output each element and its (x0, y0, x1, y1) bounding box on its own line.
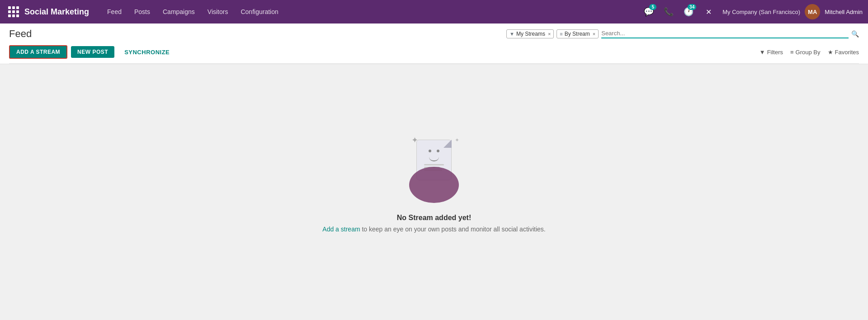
group-by-icon: ≡ (790, 49, 794, 56)
empty-state-desc-suffix: to keep an eye on your own posts and mon… (360, 226, 546, 233)
main-menu: Feed Posts Campaigns Visitors Configurat… (102, 5, 284, 18)
clock-badge: 34 (688, 4, 696, 10)
top-navigation: Social Marketing Feed Posts Campaigns Vi… (0, 0, 868, 24)
messages-button[interactable]: 💬 5 (641, 4, 656, 19)
subheader-top: Feed ▼ My Streams × ≡ By Stream × 🔍 (9, 24, 859, 42)
apps-menu-button[interactable] (5, 4, 22, 20)
subheader-divider (9, 63, 859, 64)
company-name: My Company (San Francisco) (722, 9, 800, 15)
menu-posts[interactable]: Posts (129, 5, 156, 18)
add-stream-link[interactable]: Add a stream (322, 226, 360, 233)
phone-button[interactable]: 📞 (661, 4, 676, 19)
app-brand: Social Marketing (24, 7, 89, 17)
new-post-button[interactable]: NEW POST (71, 46, 114, 58)
synchronize-button[interactable]: SYNCHRONIZE (118, 46, 176, 58)
filter-funnel-icon: ▼ (509, 31, 514, 37)
phone-icon: 📞 (664, 7, 674, 17)
favorites-link[interactable]: ★ Favorites (828, 49, 859, 56)
group-icon: ≡ (560, 31, 562, 37)
filter-tag-by-stream[interactable]: ≡ By Stream × (557, 29, 599, 38)
search-input[interactable] (601, 30, 849, 37)
group-by-link[interactable]: ≡ Group By (790, 49, 821, 56)
close-icon: ✕ (706, 8, 712, 16)
doc-right-eye (437, 150, 439, 152)
filters-label: Filters (767, 49, 783, 56)
subheader-filter-links: ▼ Filters ≡ Group By ★ Favorites (760, 49, 859, 56)
filter-icon: ▼ (760, 49, 765, 56)
filter-tag-my-streams-close[interactable]: × (548, 31, 551, 37)
menu-campaigns[interactable]: Campaigns (157, 5, 200, 18)
filter-tag-by-stream-close[interactable]: × (593, 31, 595, 37)
doc-left-eye (429, 150, 431, 152)
page-title: Feed (9, 28, 32, 40)
menu-visitors[interactable]: Visitors (202, 5, 234, 18)
doc-face (429, 150, 439, 152)
subheader: Feed ▼ My Streams × ≡ By Stream × 🔍 ADD … (0, 24, 868, 64)
search-icon[interactable]: 🔍 (851, 30, 859, 38)
add-stream-button[interactable]: ADD A STREAM (9, 45, 67, 59)
username: Mitchell Admin (825, 9, 863, 15)
messages-badge: 5 (649, 4, 656, 10)
favorites-label: Favorites (835, 49, 859, 56)
menu-feed[interactable]: Feed (102, 5, 127, 18)
filter-tag-my-streams-label: My Streams (516, 31, 545, 37)
empty-state-title: No Stream added yet! (397, 214, 471, 222)
filter-tag-by-stream-label: By Stream (565, 31, 590, 37)
search-bar: ▼ My Streams × ≡ By Stream × 🔍 (506, 29, 859, 38)
doc-fold (443, 140, 452, 148)
doc-smile (429, 157, 439, 161)
avatar-initials: MA (808, 9, 817, 15)
empty-illustration: ✦ ✦ (398, 131, 470, 203)
apps-grid-icon (8, 6, 19, 17)
group-by-label: Group By (796, 49, 821, 56)
filters-link[interactable]: ▼ Filters (760, 49, 783, 56)
nav-right-section: 💬 5 📞 🕐 34 ✕ My Company (San Francisco) … (641, 4, 863, 19)
menu-configuration[interactable]: Configuration (235, 5, 283, 18)
star-icon: ★ (828, 49, 833, 56)
doc-line-1 (424, 164, 444, 165)
empty-state-desc: Add a stream to keep an eye on your own … (322, 226, 545, 233)
sparkle2-icon: ✦ (455, 137, 459, 143)
search-input-wrap (601, 30, 849, 38)
subheader-actions: ADD A STREAM NEW POST SYNCHRONIZE ▼ Filt… (9, 42, 859, 63)
clock-button[interactable]: 🕐 34 (681, 4, 696, 19)
user-avatar[interactable]: MA (805, 4, 820, 19)
close-button[interactable]: ✕ (701, 4, 716, 19)
empty-circle (409, 167, 459, 203)
filter-tag-my-streams[interactable]: ▼ My Streams × (506, 29, 554, 38)
main-content: ✦ ✦ No Stream added yet! Add a stream to… (0, 64, 868, 299)
